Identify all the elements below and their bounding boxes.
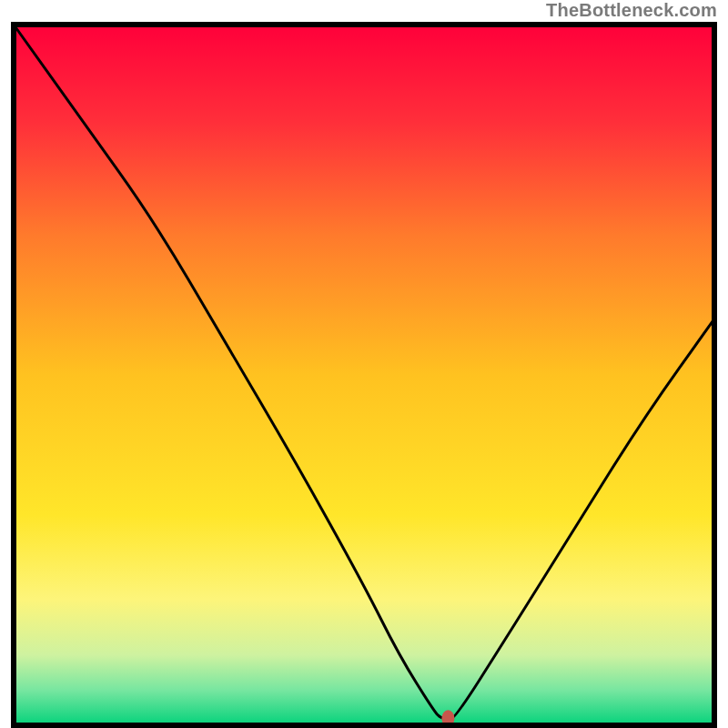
bottleneck-chart <box>0 0 728 728</box>
attribution-text: TheBottleneck.com <box>546 0 717 21</box>
chart-background <box>14 25 714 725</box>
